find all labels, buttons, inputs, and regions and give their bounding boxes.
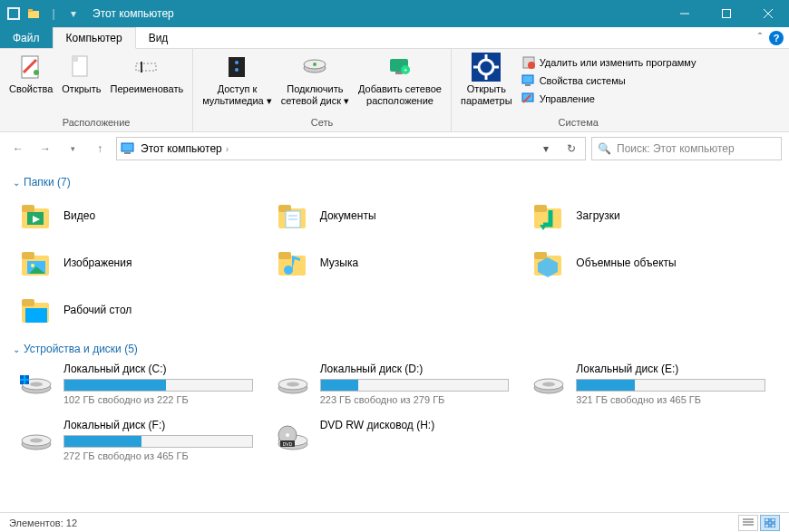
- svg-point-76: [542, 382, 555, 387]
- recent-dropdown[interactable]: ▾: [62, 138, 83, 160]
- svg-rect-38: [22, 205, 34, 212]
- search-box[interactable]: 🔍: [591, 137, 782, 160]
- svg-point-15: [235, 61, 239, 64]
- properties-button[interactable]: Свойства: [5, 51, 56, 97]
- folder-item[interactable]: Объемные объекты: [531, 243, 776, 283]
- search-icon: 🔍: [598, 142, 611, 155]
- collapse-ribbon-icon[interactable]: ˆ: [758, 32, 762, 44]
- drive-icon: [18, 363, 54, 399]
- folder-item[interactable]: Музыка: [275, 243, 521, 283]
- back-button[interactable]: ←: [7, 138, 29, 160]
- maximize-button[interactable]: [706, 0, 747, 27]
- folder-icon: [275, 245, 311, 281]
- folders-grid: ВидеоДокументыЗагрузкиИзображенияМузыкаО…: [18, 196, 776, 330]
- svg-rect-69: [20, 381, 24, 384]
- add-netloc-button[interactable]: + Добавить сетевое расположение: [355, 51, 445, 108]
- minimize-button[interactable]: [664, 0, 706, 27]
- drive-name: DVD RW дисковод (H:): [320, 419, 510, 431]
- drive-status: 102 ГБ свободно из 222 ГБ: [63, 394, 253, 405]
- folder-icon[interactable]: [27, 7, 40, 20]
- drive-item[interactable]: Локальный диск (D:)223 ГБ свободно из 27…: [275, 363, 521, 411]
- svg-rect-14: [229, 57, 245, 77]
- folders-header-label: Папки (7): [24, 176, 71, 189]
- folder-item[interactable]: Документы: [275, 196, 521, 236]
- open-settings-button[interactable]: Открыть параметры: [457, 51, 516, 108]
- tab-view[interactable]: Вид: [136, 27, 182, 48]
- open-button[interactable]: Открыть: [58, 51, 104, 97]
- folder-item[interactable]: Загрузки: [531, 196, 776, 236]
- view-mode-buttons: [738, 515, 780, 531]
- uninstall-label: Удалить или изменить программу: [540, 57, 696, 68]
- open-label: Открыть: [62, 83, 101, 95]
- manage-button[interactable]: Управление: [518, 91, 700, 107]
- folder-item[interactable]: Видео: [18, 196, 264, 236]
- rename-label: Переименовать: [111, 83, 184, 95]
- svg-rect-35: [122, 143, 133, 151]
- drive-item[interactable]: Локальный диск (F:)272 ГБ свободно из 46…: [18, 419, 264, 468]
- content-area: ⌄ Папки (7) ВидеоДокументыЗагрузкиИзобра…: [0, 165, 789, 512]
- media-access-button[interactable]: Доступ к мультимедиа ▾: [199, 51, 276, 108]
- folder-item[interactable]: Рабочий стол: [18, 290, 264, 330]
- breadcrumb[interactable]: Этот компьютер›: [141, 142, 229, 155]
- uninstall-icon: [521, 55, 536, 70]
- forward-button[interactable]: →: [34, 138, 56, 160]
- folder-icon: [18, 245, 54, 281]
- up-button[interactable]: ↑: [89, 138, 111, 160]
- uninstall-program-button[interactable]: Удалить или изменить программу: [518, 54, 700, 71]
- folder-label: Документы: [320, 209, 376, 222]
- search-input[interactable]: [617, 142, 775, 155]
- dropdown-icon[interactable]: ▾: [67, 7, 80, 20]
- drive-item[interactable]: Локальный диск (E:)321 ГБ свободно из 46…: [531, 363, 776, 411]
- refresh-button[interactable]: ↻: [561, 139, 581, 159]
- details-view-button[interactable]: [738, 515, 758, 531]
- rename-button[interactable]: Переименовать: [107, 51, 188, 97]
- open-settings-label: Открыть параметры: [461, 83, 512, 106]
- drive-icon: [531, 363, 567, 399]
- file-menu[interactable]: Файл: [0, 27, 53, 48]
- map-drive-icon: [300, 53, 329, 82]
- drive-item[interactable]: Локальный диск (C:)102 ГБ свободно из 22…: [18, 363, 264, 411]
- manage-label: Управление: [540, 93, 595, 104]
- drive-name: Локальный диск (E:): [576, 363, 765, 375]
- drives-group-header[interactable]: ⌄ Устройства и диски (5): [13, 343, 776, 355]
- svg-rect-67: [20, 375, 24, 379]
- ribbon-group-network: Доступ к мультимедиа ▾ Подключить сетево…: [193, 49, 452, 131]
- help-icon[interactable]: ?: [769, 31, 784, 45]
- add-netloc-icon: +: [385, 53, 414, 82]
- address-bar[interactable]: Этот компьютер› ▾ ↻: [116, 137, 586, 160]
- drives-header-label: Устройства и диски (5): [24, 343, 138, 355]
- address-dropdown-icon[interactable]: ▾: [536, 139, 556, 159]
- rename-icon: [132, 53, 161, 82]
- svg-rect-70: [25, 381, 29, 384]
- map-drive-button[interactable]: Подключить сетевой диск ▾: [278, 51, 353, 108]
- group-network-label: Сеть: [199, 117, 445, 130]
- drive-icon: DVD: [275, 419, 311, 455]
- svg-rect-3: [28, 9, 33, 12]
- folder-icon: [531, 198, 567, 234]
- folders-group-header[interactable]: ⌄ Папки (7): [13, 176, 776, 189]
- folder-item[interactable]: Изображения: [18, 243, 264, 283]
- close-button[interactable]: [747, 0, 789, 27]
- drive-item[interactable]: DVDDVD RW дисковод (H:): [275, 419, 521, 468]
- this-pc-icon: [121, 141, 135, 156]
- svg-rect-32: [522, 75, 533, 83]
- drive-name: Локальный диск (F:): [63, 419, 253, 431]
- folder-label: Музыка: [320, 256, 358, 269]
- folder-icon: [18, 198, 54, 234]
- folder-label: Изображения: [63, 256, 132, 269]
- map-drive-label: Подключить сетевой диск ▾: [281, 83, 349, 106]
- folder-label: Видео: [63, 209, 95, 222]
- settings-icon: [472, 53, 501, 82]
- tab-computer[interactable]: Компьютер: [53, 27, 136, 49]
- manage-icon: [521, 92, 536, 106]
- svg-rect-12: [136, 63, 156, 71]
- system-properties-button[interactable]: Свойства системы: [518, 73, 700, 89]
- tiles-view-button[interactable]: [760, 515, 780, 531]
- add-netloc-label: Добавить сетевое расположение: [358, 83, 442, 106]
- address-row: ← → ▾ ↑ Этот компьютер› ▾ ↻ 🔍: [0, 132, 789, 165]
- sys-props-label: Свойства системы: [540, 75, 626, 86]
- divider-icon: |: [47, 7, 60, 20]
- group-system-label: Система: [457, 117, 700, 130]
- svg-point-52: [31, 264, 34, 267]
- folder-icon: [531, 245, 567, 281]
